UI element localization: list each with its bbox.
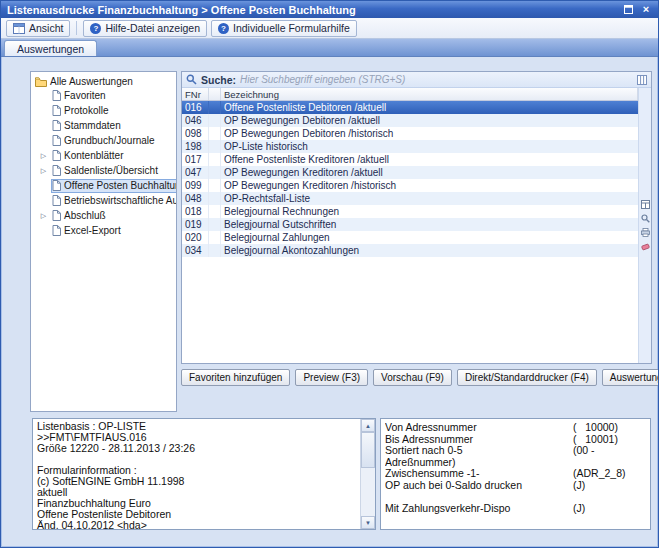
columns-icon[interactable] — [641, 200, 650, 209]
tree-item-1[interactable]: Protokolle — [31, 103, 176, 118]
param-value: (00 - — [573, 445, 595, 457]
table-row-099[interactable]: 099OP Bewegungen Kreditoren /historisch — [182, 179, 638, 192]
tree-panel: Alle Auswertungen FavoritenProtokolleSta… — [30, 71, 177, 412]
expand-arrow-icon[interactable]: ▷ — [39, 212, 48, 220]
table-row-034[interactable]: 034Belegjournal Akontozahlungen — [182, 244, 638, 257]
tree-item-label: Offene Posten Buchhaltung — [64, 180, 177, 191]
scroll-track[interactable] — [361, 432, 375, 516]
content-area: Alle Auswertungen FavoritenProtokolleSta… — [1, 57, 658, 547]
eraser-icon[interactable] — [641, 242, 650, 251]
tree-item-9[interactable]: Excel-Export — [31, 223, 176, 238]
tree-item-label: Abschluß — [64, 210, 106, 221]
tree-root[interactable]: Alle Auswertungen — [31, 75, 176, 88]
cell-flag — [209, 179, 221, 192]
tree-item-7[interactable]: Betriebswirtschaftliche Auswertungen — [31, 193, 176, 208]
cell-bezeichnung: OP Bewegungen Kreditoren /historisch — [221, 180, 638, 191]
cell-bezeichnung: Offene Postenliste Debitoren /aktuell — [221, 102, 638, 113]
tree-item-5[interactable]: ▷Saldenliste/Übersicht — [31, 163, 176, 178]
table-row-046[interactable]: 046OP Bewegungen Debitoren /aktuell — [182, 114, 638, 127]
tree-item-0[interactable]: Favoriten — [31, 88, 176, 103]
search-label: Suche: — [201, 74, 236, 86]
zoom-search-icon[interactable] — [641, 214, 650, 223]
cell-fnr: 016 — [182, 101, 209, 114]
param-label: Sortiert nach 0-5 — [385, 445, 573, 457]
table-row-018[interactable]: 018Belegjournal Rechnungen — [182, 205, 638, 218]
info-lines: Listenbasis : OP-LISTE>>FMT\FMTFIAUS.016… — [37, 421, 357, 530]
table-row-198[interactable]: 198OP-Liste historisch — [182, 140, 638, 153]
action-button-3[interactable]: Direkt/Standarddrucker (F4) — [457, 369, 597, 386]
document-icon — [52, 90, 61, 101]
tree-item-inner: Protokolle — [51, 104, 111, 118]
document-icon — [52, 210, 61, 221]
tree-item-inner: Excel-Export — [51, 224, 124, 238]
tree-root-label: Alle Auswertungen — [50, 76, 133, 87]
formularhilfe-button[interactable]: ? Individuelle Formularhilfe — [211, 20, 357, 37]
param-value: (J) — [573, 480, 585, 492]
cell-bezeichnung: Belegjournal Gutschriften — [221, 219, 638, 230]
cell-flag — [209, 192, 221, 205]
column-header-bezeichnung[interactable]: Bezeichnung — [221, 88, 638, 100]
param-label: Bis Adressnummer — [385, 434, 573, 446]
params-panel: Von Adressnummer( 10000)Bis Adressnummer… — [380, 418, 651, 530]
document-icon — [52, 180, 61, 191]
ansicht-button[interactable]: Ansicht — [6, 20, 70, 37]
search-input[interactable] — [240, 74, 633, 85]
cell-bezeichnung: Belegjournal Akontozahlungen — [221, 245, 638, 256]
param-row-5: OP auch bei 0-Saldo drucken(J) — [385, 480, 646, 492]
hilfe-datei-button[interactable]: ? Hilfe-Datei anzeigen — [83, 20, 207, 37]
table-row-048[interactable]: 048OP-Rechtsfall-Liste — [182, 192, 638, 205]
print-icon[interactable] — [641, 228, 650, 237]
cell-flag — [209, 114, 221, 127]
param-value: (ADR_2_8) — [573, 468, 626, 480]
cell-bezeichnung: OP-Liste historisch — [221, 141, 638, 152]
tree-item-2[interactable]: Stammdaten — [31, 118, 176, 133]
search-options-icon[interactable] — [637, 75, 647, 85]
tree-item-8[interactable]: ▷Abschluß — [31, 208, 176, 223]
tree-item-6[interactable]: Offene Posten Buchhaltung — [31, 178, 176, 193]
scroll-down-icon[interactable]: ▼ — [361, 516, 375, 529]
cell-fnr: 046 — [182, 114, 209, 127]
tab-auswertungen[interactable]: Auswertungen — [4, 40, 97, 56]
table-row-016[interactable]: 016Offene Postenliste Debitoren /aktuell — [182, 101, 638, 114]
tree-item-4[interactable]: ▷Kontenblätter — [31, 148, 176, 163]
tree-items: FavoritenProtokolleStammdatenGrundbuch/J… — [31, 88, 176, 238]
action-button-2[interactable]: Vorschau (F9) — [373, 369, 452, 386]
cell-bezeichnung: Belegjournal Zahlungen — [221, 232, 638, 243]
param-row-4: Zwischensumme -1-(ADR_2_8) — [385, 468, 646, 480]
title-bar: Listenausdrucke Finanzbuchhaltung > Offe… — [1, 1, 658, 18]
action-button-1[interactable]: Preview (F3) — [295, 369, 368, 386]
column-header-flag[interactable] — [209, 88, 221, 100]
tree-item-3[interactable]: Grundbuch/Journale — [31, 133, 176, 148]
maximize-button[interactable] — [620, 3, 636, 16]
param-row-2: Sortiert nach 0-5(00 - — [385, 445, 646, 457]
table-row-019[interactable]: 019Belegjournal Gutschriften — [182, 218, 638, 231]
tree-item-label: Saldenliste/Übersicht — [64, 165, 158, 176]
document-icon — [52, 165, 61, 176]
cell-flag — [209, 101, 221, 114]
action-button-4[interactable]: Auswertung drucken — [602, 369, 659, 386]
table-main: FNr Bezeichnung 016Offene Postenliste De… — [182, 88, 638, 363]
table-row-047[interactable]: 047OP Bewegungen Kreditoren /aktuell — [182, 166, 638, 179]
param-label: Adreßnummer) — [385, 457, 573, 469]
action-button-0[interactable]: Favoriten hinzufügen — [181, 369, 290, 386]
expand-arrow-icon[interactable]: ▷ — [39, 152, 48, 160]
scroll-thumb[interactable] — [361, 432, 375, 468]
scroll-up-icon[interactable]: ▲ — [361, 419, 375, 432]
help-icon: ? — [90, 23, 101, 34]
tree-item-inner: Kontenblätter — [51, 149, 127, 163]
document-icon — [52, 195, 61, 206]
maximize-icon — [624, 5, 633, 14]
action-buttons: Favoriten hinzufügenPreview (F3)Vorschau… — [181, 369, 659, 386]
formularhilfe-label: Individuelle Formularhilfe — [233, 22, 350, 34]
column-header-fnr[interactable]: FNr — [182, 88, 209, 100]
table-row-098[interactable]: 098OP Bewegungen Debitoren /historisch — [182, 127, 638, 140]
cell-fnr: 098 — [182, 127, 209, 140]
table-row-020[interactable]: 020Belegjournal Zahlungen — [182, 231, 638, 244]
table-header: FNr Bezeichnung — [182, 88, 638, 101]
expand-arrow-icon[interactable]: ▷ — [39, 167, 48, 175]
info-scrollbar[interactable]: ▲ ▼ — [360, 419, 375, 529]
close-button[interactable]: × — [638, 3, 654, 16]
ansicht-label: Ansicht — [29, 22, 63, 34]
table-row-017[interactable]: 017Offene Postenliste Kreditoren /aktuel… — [182, 153, 638, 166]
cell-fnr: 019 — [182, 218, 209, 231]
